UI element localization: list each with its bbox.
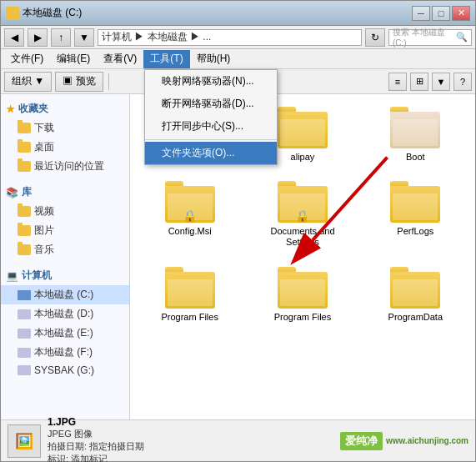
favorites-section: ★ 收藏夹 下载 桌面 最近访问的位置 <box>1 99 129 176</box>
dropdown-sync-center[interactable]: 打开同步中心(S)... <box>145 115 277 138</box>
star-icon: ★ <box>6 103 15 115</box>
toolbar-separator <box>108 73 109 90</box>
status-thumbnail: 🖼️ <box>8 424 41 458</box>
file-label: Program Files <box>161 312 218 323</box>
menu-edit[interactable]: 编辑(E) <box>50 50 97 68</box>
dropdown-folder-options[interactable]: 文件夹选项(O)... <box>145 142 277 164</box>
sidebar-item-f-drive-label: 本地磁盘 (F:) <box>34 345 93 359</box>
sidebar-item-e-drive-label: 本地磁盘 (E:) <box>34 326 93 340</box>
menu-help[interactable]: 帮助(H) <box>190 50 238 68</box>
file-item-boot[interactable]: Boot <box>363 101 468 168</box>
window-icon <box>6 7 19 20</box>
file-item-programdata[interactable]: ProgramData <box>363 261 468 329</box>
lock-icon: 🔒 <box>183 209 197 223</box>
menu-view[interactable]: 查看(V) <box>97 50 143 68</box>
computer-label: 计算机 <box>22 269 52 283</box>
minimize-button[interactable]: ─ <box>412 6 430 21</box>
sidebar-item-g-drive-label: SYSBAK (G:) <box>34 364 94 376</box>
sidebar-item-desktop-label: 桌面 <box>34 140 54 154</box>
library-label: 库 <box>22 185 32 199</box>
sidebar-item-g-drive[interactable]: SYSBAK (G:) <box>1 362 129 379</box>
file-label: Boot <box>406 152 425 163</box>
main-window: 本地磁盘 (C:) ─ □ ✕ ◀ ▶ ↑ ▼ 计算机 ▶ 本地磁盘 ▶ ...… <box>0 0 476 462</box>
file-item-documents[interactable]: 🔒 Documents and Settings <box>249 175 355 254</box>
disk-icon <box>18 309 31 319</box>
watermark-box: 爱纯净 <box>340 432 383 450</box>
watermark-url: www.aichunjing.com <box>386 436 468 445</box>
restore-button[interactable]: □ <box>432 6 450 21</box>
folder-body <box>278 272 328 309</box>
folder-icon-large <box>390 181 440 223</box>
up-button[interactable]: ↑ <box>51 28 71 47</box>
folder-icon <box>18 244 31 255</box>
dropdown-disconnect-drive[interactable]: 断开网络驱动器(D)... <box>145 93 277 115</box>
status-detail2: 标识: 添加标记 <box>48 453 333 462</box>
sidebar-item-f-drive[interactable]: 本地磁盘 (F:) <box>1 343 129 362</box>
folder-inner <box>168 279 213 306</box>
file-label: alipay <box>291 152 315 163</box>
sidebar-item-e-drive[interactable]: 本地磁盘 (E:) <box>1 324 129 343</box>
help-button[interactable]: ? <box>453 73 472 91</box>
sidebar-item-recent[interactable]: 最近访问的位置 <box>1 157 129 176</box>
folder-body: 🔒 <box>278 186 328 223</box>
status-info: 1.JPG JPEG 图像 拍摄日期: 指定拍摄日期 标识: 添加标记 <box>48 416 333 462</box>
search-box[interactable]: 搜索 本地磁盘 (C:) 🔍 <box>388 29 472 46</box>
folder-icon-large <box>165 267 215 309</box>
file-label: Config.Msi <box>168 226 212 237</box>
folder-body <box>390 272 440 309</box>
sidebar-item-c-drive-label: 本地磁盘 (C:) <box>34 288 93 302</box>
view-btn-2[interactable]: ⊞ <box>410 73 428 91</box>
menu-file[interactable]: 文件(F) <box>4 50 50 68</box>
file-label: Program Files <box>274 312 331 323</box>
folder-inner <box>393 119 438 146</box>
menu-tools[interactable]: 工具(T) <box>143 50 189 68</box>
sidebar-item-d-drive[interactable]: 本地磁盘 (D:) <box>1 304 129 324</box>
title-bar-left: 本地磁盘 (C:) <box>6 6 82 20</box>
sidebar-item-music[interactable]: 音乐 <box>1 240 129 259</box>
computer-header[interactable]: 💻 计算机 <box>1 266 129 285</box>
file-item-config[interactable]: 🔒 Config.Msi <box>137 175 243 254</box>
thumb-icon: 🖼️ <box>15 432 33 450</box>
watermark-icon: 爱 <box>345 434 356 447</box>
watermark: 爱纯净 www.aichunjing.com <box>340 432 468 450</box>
favorites-header[interactable]: ★ 收藏夹 <box>1 99 129 118</box>
folder-icon-large <box>278 107 328 148</box>
folder-icon <box>18 142 31 153</box>
sidebar-item-download-label: 下载 <box>34 121 54 135</box>
tools-dropdown: 映射网络驱动器(N)... 断开网络驱动器(D)... 打开同步中心(S)...… <box>144 69 278 165</box>
sidebar: ★ 收藏夹 下载 桌面 最近访问的位置 📚 <box>1 94 130 419</box>
disk-icon <box>18 365 31 375</box>
favorites-label: 收藏夹 <box>18 102 48 116</box>
sidebar-item-desktop[interactable]: 桌面 <box>1 138 129 157</box>
file-label: PerfLogs <box>397 226 433 237</box>
address-path[interactable]: 计算机 ▶ 本地磁盘 ▶ ... <box>98 29 362 46</box>
close-button[interactable]: ✕ <box>452 6 470 21</box>
sidebar-item-c-drive[interactable]: 本地磁盘 (C:) <box>1 285 129 304</box>
refresh-button[interactable]: ↻ <box>365 28 385 47</box>
window-title: 本地磁盘 (C:) <box>23 6 82 20</box>
search-icon: 🔍 <box>456 32 468 43</box>
folder-body <box>390 186 440 223</box>
file-item-programfiles2[interactable]: Program Files <box>249 261 355 329</box>
sidebar-item-recent-label: 最近访问的位置 <box>34 159 104 173</box>
file-item-programfiles1[interactable]: Program Files <box>137 261 243 329</box>
sidebar-item-video[interactable]: 视频 <box>1 202 129 221</box>
organize-button[interactable]: 组织 ▼ <box>4 72 52 92</box>
file-item-perflogs[interactable]: PerfLogs <box>363 175 468 254</box>
forward-button[interactable]: ▶ <box>28 28 48 47</box>
sidebar-item-download[interactable]: 下载 <box>1 118 129 138</box>
status-detail1: 拍摄日期: 指定拍摄日期 <box>48 440 333 453</box>
dropdown-map-drive[interactable]: 映射网络驱动器(N)... <box>145 70 277 93</box>
folder-icon <box>18 123 31 133</box>
back-button[interactable]: ◀ <box>4 28 24 47</box>
view-btn-3[interactable]: ▼ <box>432 73 450 91</box>
preview-button[interactable]: ▣ 预览 <box>55 72 103 92</box>
sidebar-item-music-label: 音乐 <box>34 243 54 257</box>
sidebar-item-pictures[interactable]: 图片 <box>1 221 129 240</box>
recent-button[interactable]: ▼ <box>74 28 94 47</box>
view-btn-1[interactable]: ≡ <box>388 73 407 91</box>
folder-icon-large <box>390 107 440 148</box>
disk-icon <box>18 290 31 300</box>
search-placeholder: 搜索 本地磁盘 (C:) <box>393 27 456 48</box>
library-header[interactable]: 📚 库 <box>1 183 129 202</box>
